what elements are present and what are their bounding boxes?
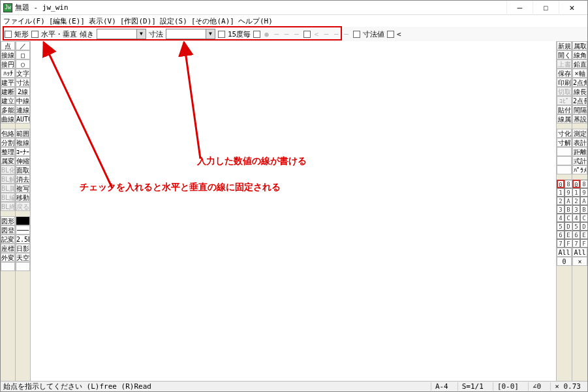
all-value[interactable]: 0 xyxy=(557,257,572,266)
tool-button[interactable]: 複写 xyxy=(16,184,30,193)
tool-button[interactable]: 2点長 xyxy=(572,96,587,105)
tool-button[interactable]: 寸化 xyxy=(557,129,572,138)
layergroup-button[interactable]: B xyxy=(580,205,588,214)
menu-settings[interactable]: 設定(S) xyxy=(160,16,187,26)
tool-button[interactable]: 線角 xyxy=(572,50,587,59)
menu-view[interactable]: 表示(V) xyxy=(89,16,116,26)
layergroup-button[interactable]: C xyxy=(580,214,588,222)
tool-rect-icon[interactable]: □ xyxy=(16,50,30,59)
tool-button[interactable]: 図形 xyxy=(1,216,15,225)
layergroup-button[interactable]: 0 xyxy=(572,180,580,188)
tool-button[interactable]: 伸縮 xyxy=(16,156,30,165)
tool-button[interactable]: BL編 xyxy=(1,193,15,202)
layergroup-button[interactable]: 2 xyxy=(572,197,580,205)
layergroup-button[interactable]: 9 xyxy=(580,188,588,197)
tool-button[interactable]: BL化 xyxy=(1,165,15,174)
tool-button[interactable]: BL属 xyxy=(1,184,15,193)
tool-button[interactable]: 範囲 xyxy=(16,129,30,138)
all-value[interactable]: × xyxy=(572,257,587,266)
tool-button[interactable]: BL解 xyxy=(1,174,15,184)
layergroup-button[interactable]: E xyxy=(580,231,588,239)
drawing-canvas[interactable]: 入力した数値の線が書ける チェックを入れると水平と垂直の線に固定される xyxy=(31,41,556,381)
tool-button[interactable]: 式計 xyxy=(572,156,587,165)
tool-button[interactable] xyxy=(1,262,15,271)
dot-checkbox[interactable] xyxy=(253,31,260,38)
tool-button[interactable]: 開く xyxy=(557,50,572,59)
tool-button[interactable]: 2.5D xyxy=(16,235,30,244)
incl-combo[interactable]: ▼ xyxy=(97,29,146,39)
tool-button[interactable] xyxy=(16,262,30,271)
status-angle[interactable]: ∠0 xyxy=(528,382,545,391)
all-button[interactable]: All xyxy=(557,248,572,257)
tool-button[interactable]: ﾊｯﾁ xyxy=(1,69,15,78)
tool-button[interactable]: AUTO xyxy=(16,114,30,123)
tool-button[interactable]: 消去 xyxy=(16,174,30,184)
minimize-button[interactable]: — xyxy=(506,1,533,15)
menu-help[interactable]: ヘルプ(H) xyxy=(238,16,273,26)
tool-button[interactable]: 連線 xyxy=(16,105,30,114)
status-scale[interactable]: S=1/1 xyxy=(457,382,487,391)
layergroup-button[interactable]: F xyxy=(580,239,588,248)
tool-button[interactable]: 貼付 xyxy=(557,105,572,114)
deg15-checkbox[interactable] xyxy=(218,31,225,38)
tool-button[interactable]: 曲線 xyxy=(1,114,15,123)
layer-button[interactable]: 1 xyxy=(557,188,565,197)
tool-button[interactable]: 建平 xyxy=(1,78,15,87)
layergroup-button[interactable]: 7 xyxy=(572,239,580,248)
tool-button[interactable]: 印刷 xyxy=(557,78,572,87)
tool-button[interactable]: 面取 xyxy=(16,165,30,174)
tool-button[interactable]: 表計 xyxy=(572,138,587,147)
layergroup-button[interactable]: A xyxy=(580,197,588,205)
dim-combo[interactable]: ▼ xyxy=(166,29,215,39)
layergroup-button[interactable]: D xyxy=(580,222,588,231)
tool-button[interactable]: 寸法 xyxy=(16,78,30,87)
layer-button[interactable]: 0 xyxy=(557,180,565,188)
layer-button[interactable]: 5 xyxy=(557,222,565,231)
menu-file[interactable]: ファイル(F) xyxy=(3,16,45,26)
layer-button[interactable]: 7 xyxy=(557,239,565,248)
status-layer[interactable]: [0-0] xyxy=(493,382,523,391)
tool-button[interactable]: ×軸 xyxy=(572,69,587,78)
tool-button[interactable]: 測定 xyxy=(572,129,587,138)
tool-button[interactable]: 文字 xyxy=(16,69,30,78)
tool-button[interactable]: 鉛直 xyxy=(572,59,587,69)
status-zoom[interactable]: × 0.73 xyxy=(550,382,585,391)
layer-button[interactable]: 4 xyxy=(557,214,565,222)
tool-button[interactable]: 2点角 xyxy=(572,78,587,87)
tool-button[interactable]: 間隔 xyxy=(572,105,587,114)
tool-button[interactable]: 座標 xyxy=(1,244,15,253)
tool-button[interactable]: 天空 xyxy=(16,253,30,262)
lt-checkbox[interactable] xyxy=(387,31,394,38)
tool-button[interactable]: ﾊﾟﾗﾒ xyxy=(572,165,587,174)
menu-other[interactable]: [その他(A)] xyxy=(191,16,234,26)
tool-button[interactable]: BL終 xyxy=(1,202,15,211)
tool-button[interactable]: ｺﾋﾟ xyxy=(557,96,572,105)
tool-button[interactable]: 線長 xyxy=(572,87,587,96)
layer-button[interactable]: 2 xyxy=(557,197,565,205)
dimval-checkbox[interactable] xyxy=(353,31,360,38)
tool-button[interactable]: 移動 xyxy=(16,193,30,202)
tool-button[interactable]: 属変 xyxy=(1,156,15,165)
tool-button[interactable]: 属取 xyxy=(572,41,587,50)
tool-button[interactable]: 接円 xyxy=(1,59,15,69)
tool-button[interactable]: 外変 xyxy=(1,253,15,262)
tool-button[interactable]: 日影 xyxy=(16,244,30,253)
status-papersize[interactable]: A-4 xyxy=(431,382,452,391)
arrow-checkbox[interactable] xyxy=(303,31,311,38)
tool-button[interactable]: 整理 xyxy=(1,147,15,156)
tool-button[interactable]: 点 xyxy=(1,41,15,50)
tool-button[interactable]: 距離 xyxy=(572,147,587,156)
tool-button[interactable]: 切取 xyxy=(557,87,572,96)
layergroup-button[interactable]: 5 xyxy=(572,222,580,231)
layer-button[interactable]: 3 xyxy=(557,205,565,214)
tool-button[interactable]: 建断 xyxy=(1,87,15,96)
tool-button[interactable]: 戻る xyxy=(16,202,30,211)
linetype-swatch[interactable]: ─── xyxy=(16,225,30,235)
menu-draw[interactable]: [作図(D)] xyxy=(120,16,156,26)
tool-button[interactable]: 新規 xyxy=(557,41,572,50)
tool-button[interactable]: 複線 xyxy=(16,138,30,147)
tool-button[interactable] xyxy=(557,147,572,156)
tool-button[interactable]: 線属 xyxy=(557,114,572,123)
tool-button[interactable]: 記変 xyxy=(1,235,15,244)
tool-circle-icon[interactable]: ○ xyxy=(16,59,30,69)
